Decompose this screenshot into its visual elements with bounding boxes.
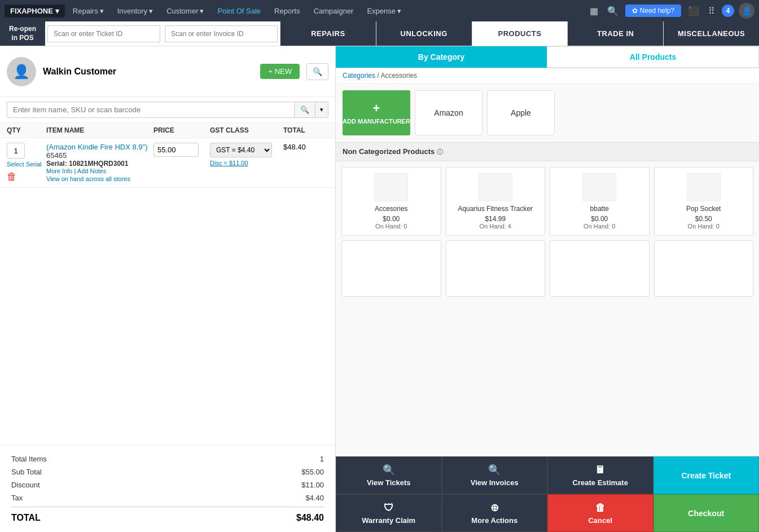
view-on-hand-link: View on hand across all stores <box>46 174 153 183</box>
nav-campaigner[interactable]: Campaigner <box>308 5 359 17</box>
breadcrumb-root-link[interactable]: Categories <box>343 72 375 80</box>
item-search-button[interactable]: 🔍 <box>295 102 315 118</box>
by-category-button[interactable]: By Category <box>336 46 547 68</box>
total-items-row: Total Items 1 <box>11 452 324 465</box>
action-bar: 🔍 View Tickets 🔍 View Invoices 🖩 Create … <box>336 456 759 532</box>
main-layout: 👤 Walkin Customer + NEW 🔍 🔍 ▾ QTY ITEM N… <box>0 46 759 532</box>
reopen-pos-button[interactable]: Re-open in POS <box>0 21 45 46</box>
item-search-input[interactable] <box>7 102 295 118</box>
breadcrumb: Categories / Accessories <box>336 68 759 83</box>
total-final-row: TOTAL $48.40 <box>11 507 324 525</box>
notification-badge[interactable]: 4 <box>722 5 734 17</box>
more-actions-button[interactable]: ⊕ More Actions <box>442 494 548 532</box>
checkout-button[interactable]: Checkout <box>653 494 760 532</box>
totals-area: Total Items 1 Sub Total $55.00 Discount … <box>0 445 335 532</box>
need-help-button[interactable]: ✿ Need help? <box>625 5 681 17</box>
customer-area: 👤 Walkin Customer + NEW 🔍 <box>0 46 335 97</box>
all-products-button[interactable]: All Products <box>547 46 759 68</box>
nav-customer[interactable]: Customer▾ <box>161 5 209 17</box>
ticket-id-input[interactable] <box>47 25 160 42</box>
product-card-empty-4[interactable] <box>654 240 754 297</box>
nav-reports[interactable]: Reports <box>269 5 306 17</box>
gst-cell: GST = $4.40 Disc = $11.00 <box>210 143 283 166</box>
product-card-empty-3[interactable] <box>550 240 650 297</box>
more-info-link[interactable]: More Info <box>46 168 72 174</box>
warranty-icon: 🛡 <box>384 502 394 514</box>
tab-products[interactable]: PRODUCTS <box>472 21 568 46</box>
tab-trade-in[interactable]: TRADE IN <box>567 21 663 46</box>
nav-inventory[interactable]: Inventory▾ <box>112 5 159 17</box>
brand-logo[interactable]: FIXAPHONE ▾ <box>5 5 65 17</box>
add-notes-link[interactable]: Add Notes <box>77 168 106 174</box>
grid-icon[interactable]: ⠿ <box>706 3 717 19</box>
item-name-link[interactable]: (Amazon Kindle Fire HDX 8.9") <box>46 143 147 151</box>
manufacturer-grid: + ADD MANUFACTURER Amazon Apple <box>336 83 759 142</box>
product-card-accesories[interactable]: Accesories $0.00 On Hand: 0 <box>341 167 441 236</box>
customer-avatar: 👤 <box>7 57 36 86</box>
tab-miscellaneous[interactable]: MISCELLANEOUS <box>663 21 759 46</box>
product-card-aquarius[interactable]: Aquarius Fitness Tracker $14.99 On Hand:… <box>446 167 546 236</box>
quantity-stepper[interactable]: 1 <box>7 143 25 159</box>
tab-repairs[interactable]: REPAIRS <box>280 21 376 46</box>
product-image <box>582 173 616 201</box>
product-image <box>374 173 408 201</box>
product-card-pop-socket[interactable]: Pop Socket $0.50 On Hand: 0 <box>654 167 754 236</box>
tab-unlocking[interactable]: UNLOCKING <box>376 21 472 46</box>
item-sku: 65465 <box>46 151 67 160</box>
invoice-id-input[interactable] <box>165 25 278 42</box>
manufacturer-apple[interactable]: Apple <box>487 90 555 135</box>
barcode-icon[interactable]: ▦ <box>587 3 600 19</box>
search-icon[interactable]: 🔍 <box>605 3 621 19</box>
gst-select[interactable]: GST = $4.40 <box>210 143 272 157</box>
price-cell <box>153 143 210 157</box>
left-panel: 👤 Walkin Customer + NEW 🔍 🔍 ▾ QTY ITEM N… <box>0 46 336 532</box>
subtotal-row: Sub Total $55.00 <box>11 465 324 478</box>
select-serial-link[interactable]: Select Serial <box>7 161 46 168</box>
calculator-icon: 🖩 <box>595 464 606 476</box>
trash-icon: 🗑 <box>595 502 606 514</box>
price-input[interactable] <box>153 143 199 157</box>
toggle-icon[interactable]: ⬛ <box>686 3 701 19</box>
qty-cell: 1 Select Serial 🗑 <box>7 143 46 183</box>
create-ticket-button[interactable]: Create Ticket <box>653 456 760 494</box>
customer-name: Walkin Customer <box>43 67 253 77</box>
delete-icon[interactable]: 🗑 <box>7 171 46 183</box>
product-card-bbatte[interactable]: bbatte $0.00 On Hand: 0 <box>550 167 650 236</box>
item-name-cell: (Amazon Kindle Fire HDX 8.9") 65465 Seri… <box>46 143 153 183</box>
pos-tabs: REPAIRS UNLOCKING PRODUCTS TRADE IN MISC… <box>280 21 759 46</box>
user-avatar[interactable]: 👤 <box>739 3 754 19</box>
tax-row: Tax $4.40 <box>11 491 324 504</box>
view-invoices-button[interactable]: 🔍 View Invoices <box>442 456 548 494</box>
nav-repairs[interactable]: Repairs▾ <box>67 5 109 17</box>
product-image <box>479 173 512 201</box>
empty-space <box>0 188 335 445</box>
nav-expense[interactable]: Expense▾ <box>361 5 407 17</box>
create-estimate-button[interactable]: 🖩 Create Estimate <box>547 456 653 494</box>
manufacturer-amazon[interactable]: Amazon <box>415 90 482 135</box>
non-categorized-header: Non Categorized Products ⓘ <box>336 142 759 161</box>
product-view-toggle: By Category All Products <box>336 46 759 68</box>
search-customer-button[interactable]: 🔍 <box>306 63 328 80</box>
add-manufacturer-button[interactable]: + ADD MANUFACTURER <box>343 90 410 135</box>
view-tickets-button[interactable]: 🔍 View Tickets <box>336 456 442 494</box>
nav-point-of-sale[interactable]: Point Of Sale <box>212 5 266 17</box>
item-search-area: 🔍 ▾ <box>0 97 335 123</box>
item-search-wrapper: 🔍 ▾ <box>7 102 328 118</box>
new-customer-button[interactable]: + NEW <box>260 64 300 79</box>
products-scroll-area: Non Categorized Products ⓘ Accesories $0… <box>336 142 759 456</box>
invoice-icon: 🔍 <box>488 464 501 476</box>
right-panel: By Category All Products Categories / Ac… <box>336 46 759 532</box>
item-search-dropdown[interactable]: ▾ <box>315 102 328 118</box>
table-row: 1 Select Serial 🗑 (Amazon Kindle Fire HD… <box>0 138 335 188</box>
search-icon: 🔍 <box>383 464 395 476</box>
discount-link[interactable]: Disc = $11.00 <box>210 160 283 166</box>
item-serial: Serial: 10821MHQRD3001 <box>46 160 153 168</box>
product-card-empty-1[interactable] <box>341 240 441 297</box>
plus-circle-icon: ⊕ <box>490 502 499 514</box>
discount-row: Discount $11.00 <box>11 478 324 491</box>
cancel-button[interactable]: 🗑 Cancel <box>547 494 653 532</box>
product-card-empty-2[interactable] <box>446 240 546 297</box>
warranty-claim-button[interactable]: 🛡 Warranty Claim <box>336 494 442 532</box>
top-navigation: FIXAPHONE ▾ Repairs▾ Inventory▾ Customer… <box>0 0 759 21</box>
item-table-header: QTY ITEM NAME PRICE GST CLASS TOTAL <box>0 123 335 138</box>
